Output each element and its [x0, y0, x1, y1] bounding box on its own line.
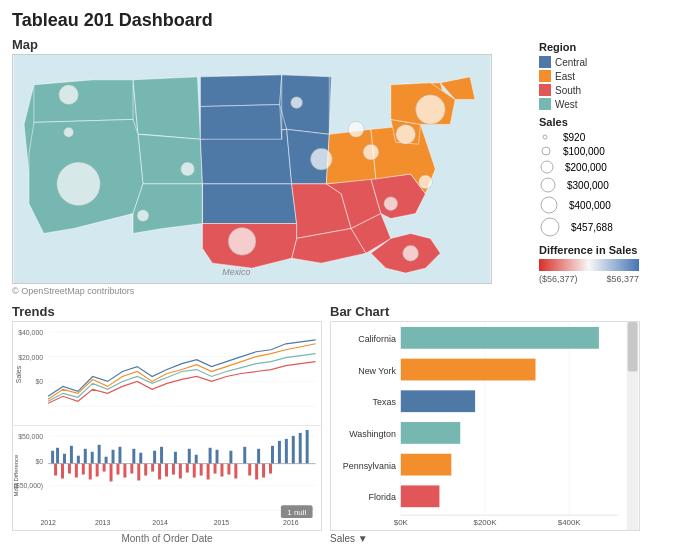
svg-rect-87 — [188, 449, 191, 464]
svg-rect-128 — [255, 464, 258, 480]
svg-rect-124 — [220, 464, 223, 477]
svg-point-38 — [181, 162, 195, 176]
svg-rect-141 — [628, 322, 638, 372]
svg-rect-123 — [214, 464, 217, 474]
svg-point-39 — [348, 121, 364, 137]
west-color — [539, 98, 551, 110]
svg-rect-79 — [105, 457, 108, 464]
sales-val-3: $200,000 — [565, 162, 607, 173]
sales-filter-label[interactable]: Sales ▼ — [330, 533, 688, 544]
svg-rect-90 — [216, 450, 219, 464]
svg-point-34 — [59, 85, 79, 105]
svg-text:1 null: 1 null — [287, 508, 306, 517]
central-color — [539, 56, 551, 68]
svg-rect-76 — [84, 449, 87, 464]
svg-marker-2 — [133, 77, 200, 139]
svg-text:2012: 2012 — [40, 519, 56, 526]
svg-rect-78 — [98, 445, 101, 464]
sales-circles: $920 $100,000 $200,000 $300,000 — [539, 131, 682, 238]
svg-rect-116 — [165, 464, 168, 477]
svg-text:Sales: Sales — [15, 365, 22, 383]
svg-rect-113 — [144, 464, 147, 476]
svg-rect-106 — [96, 464, 99, 477]
svg-marker-3 — [138, 134, 202, 184]
svg-rect-98 — [299, 433, 302, 464]
sales-row-6: $457,688 — [539, 216, 682, 238]
svg-point-41 — [291, 97, 303, 109]
sales-row-3: $200,000 — [539, 159, 682, 175]
svg-text:2016: 2016 — [283, 519, 299, 526]
trends-label: Trends — [12, 304, 322, 319]
legend-container: Region Central East South West — [533, 37, 688, 296]
svg-rect-149 — [401, 390, 475, 412]
top-section: Map — [12, 37, 688, 296]
svg-rect-74 — [70, 446, 73, 464]
region-legend-title: Region — [539, 41, 682, 53]
south-color — [539, 84, 551, 96]
svg-rect-112 — [137, 464, 140, 481]
svg-text:Pennsylvania: Pennsylvania — [343, 461, 396, 471]
svg-rect-125 — [227, 464, 230, 475]
svg-text:California: California — [358, 334, 396, 344]
sales-val-5: $400,000 — [569, 200, 611, 211]
svg-marker-11 — [200, 105, 281, 140]
map-label: Map — [12, 37, 525, 52]
svg-rect-96 — [285, 439, 288, 464]
svg-rect-62 — [13, 426, 320, 530]
svg-rect-72 — [56, 448, 59, 464]
svg-rect-100 — [54, 464, 57, 476]
sales-row-2: $100,000 — [539, 144, 682, 158]
svg-marker-10 — [200, 75, 281, 107]
svg-text:MoM Difference: MoM Difference — [13, 454, 19, 496]
svg-text:Florida: Florida — [369, 492, 396, 502]
svg-point-42 — [363, 144, 379, 160]
svg-rect-93 — [257, 449, 260, 464]
svg-rect-114 — [151, 464, 154, 472]
sales-legend: Sales $920 $100,000 $200,000 — [539, 116, 682, 238]
trends-x-axis-label: Month of Order Date — [12, 533, 322, 544]
svg-text:$40,000: $40,000 — [18, 329, 43, 336]
svg-rect-105 — [89, 464, 92, 480]
svg-rect-102 — [68, 464, 71, 474]
legend-row-east: East — [539, 70, 682, 82]
east-color — [539, 70, 551, 82]
svg-point-40 — [384, 197, 398, 211]
sales-val-2: $100,000 — [563, 146, 605, 157]
svg-rect-110 — [123, 464, 126, 478]
svg-text:$200K: $200K — [474, 518, 498, 527]
svg-rect-99 — [306, 430, 309, 464]
svg-rect-80 — [112, 450, 115, 464]
svg-rect-147 — [401, 359, 536, 381]
trends-container: Trends $40,000 $20,000 $0 — [12, 304, 322, 544]
legend-row-south: South — [539, 84, 682, 96]
sales-row-1: $920 — [539, 131, 682, 143]
svg-rect-91 — [229, 451, 232, 464]
svg-text:2015: 2015 — [214, 519, 230, 526]
central-label: Central — [555, 57, 587, 68]
svg-point-46 — [543, 135, 547, 139]
sales-val-6: $457,688 — [571, 222, 613, 233]
svg-rect-101 — [61, 464, 64, 479]
svg-rect-151 — [401, 422, 460, 444]
sales-val-1: $920 — [563, 132, 585, 143]
svg-rect-129 — [262, 464, 265, 478]
svg-rect-84 — [153, 451, 156, 464]
svg-rect-115 — [158, 464, 161, 480]
svg-rect-71 — [51, 451, 54, 464]
diff-gradient — [539, 259, 639, 271]
diff-legend-title: Difference in Sales — [539, 244, 682, 256]
legend-row-central: Central — [539, 56, 682, 68]
svg-rect-95 — [278, 441, 281, 464]
bar-chart-label: Bar Chart — [330, 304, 688, 319]
svg-rect-88 — [195, 455, 198, 464]
svg-text:$0: $0 — [35, 378, 43, 385]
svg-rect-81 — [118, 447, 121, 464]
svg-rect-109 — [116, 464, 119, 475]
svg-point-51 — [541, 218, 559, 236]
svg-rect-122 — [207, 464, 210, 480]
svg-rect-130 — [269, 464, 272, 474]
svg-rect-155 — [401, 485, 440, 507]
svg-marker-9 — [202, 184, 296, 224]
svg-rect-104 — [82, 464, 85, 475]
svg-marker-4 — [34, 80, 133, 123]
